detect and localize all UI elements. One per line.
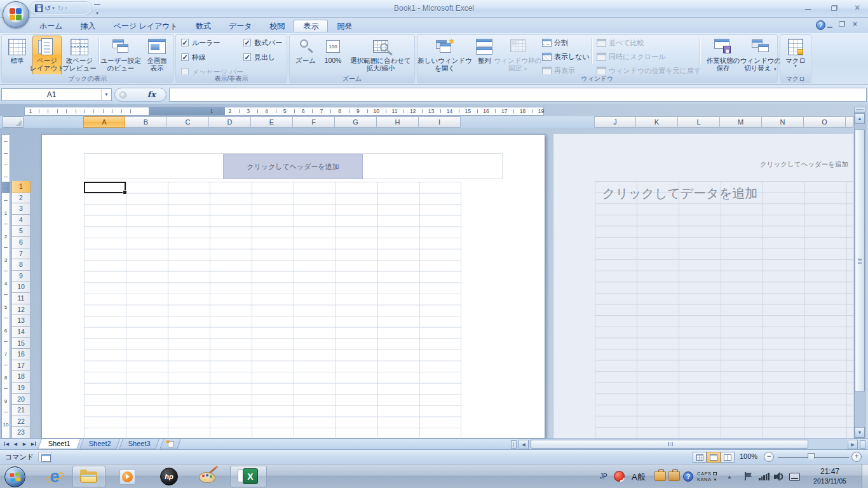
page-layout-view-button[interactable]: ページ レイアウト <box>32 36 62 75</box>
row-header-6[interactable]: 6 <box>11 237 31 248</box>
corner-split-handle[interactable] <box>860 440 865 449</box>
select-all-button[interactable] <box>3 116 24 128</box>
help-button[interactable]: ? <box>816 20 825 30</box>
page-header-placeholder[interactable]: クリックしてヘッダーを追加 <box>617 160 848 169</box>
minimize-button[interactable] <box>799 4 816 13</box>
sheet-tab-sheet1[interactable]: Sheet1 <box>37 439 81 449</box>
scroll-up-button[interactable]: ▲ <box>855 113 865 124</box>
full-screen-button[interactable]: 全画面 表示 <box>142 36 172 75</box>
column-header-E[interactable]: E <box>251 116 293 128</box>
row-header-19[interactable]: 19 <box>11 383 31 394</box>
tab-view[interactable]: 表示 <box>294 20 328 32</box>
toggle-ruler[interactable]: ルーラー <box>181 37 220 48</box>
insert-worksheet-button[interactable]: ✱ <box>159 439 181 449</box>
internet-explorer-button[interactable]: e <box>41 466 69 487</box>
toggle-gridlines[interactable]: 枠線 <box>181 52 206 62</box>
previous-sheet-button[interactable]: ◀ <box>11 440 20 449</box>
scroll-right-button[interactable]: ▶ <box>848 440 858 449</box>
ruler-checkbox[interactable] <box>181 39 189 46</box>
column-header-K[interactable]: K <box>636 116 678 128</box>
caps-kana-indicator[interactable]: CAPS KANA▼ <box>697 471 717 483</box>
row-header-5[interactable]: 5 <box>11 226 31 237</box>
row-header-13[interactable]: 13 <box>11 315 31 327</box>
gridlines-checkbox[interactable] <box>181 53 189 61</box>
row-header-12[interactable]: 12 <box>11 304 31 316</box>
custom-views-button[interactable]: ユーザー設定 のビュー <box>101 36 140 75</box>
row-header-23[interactable]: 23 <box>11 427 31 438</box>
paint-button[interactable] <box>192 466 222 487</box>
tab-split-handle[interactable] <box>511 440 517 449</box>
action-center-flag-icon[interactable] <box>743 471 752 481</box>
column-header-M[interactable]: M <box>720 116 762 128</box>
sheet-tab-sheet2[interactable]: Sheet2 <box>79 439 120 449</box>
excel-taskbar-button[interactable]: X <box>230 466 267 487</box>
row-header-15[interactable]: 15 <box>11 338 31 349</box>
input-panel-icon[interactable] <box>789 473 800 481</box>
row-header-16[interactable]: 16 <box>11 349 31 360</box>
toggle-formula-bar[interactable]: 数式バー <box>243 37 282 48</box>
scroll-left-button[interactable]: ◀ <box>519 440 529 449</box>
column-header-N[interactable]: N <box>762 116 804 128</box>
vertical-scrollbar[interactable]: ▲ ▼ <box>854 107 865 438</box>
arrange-all-button[interactable]: 整列 <box>472 36 496 75</box>
volume-icon[interactable] <box>774 472 783 481</box>
macro-record-button[interactable] <box>38 452 52 463</box>
column-header-F[interactable]: F <box>293 116 335 128</box>
column-header-O[interactable]: O <box>804 116 846 128</box>
input-language-indicator[interactable]: JP <box>600 473 607 480</box>
network-icon[interactable] <box>759 473 770 480</box>
name-box[interactable]: A1 ▼ <box>1 88 112 101</box>
row-header-17[interactable]: 17 <box>11 360 31 372</box>
next-sheet-button[interactable]: ▶ <box>20 440 29 449</box>
tab-data[interactable]: データ <box>220 20 261 32</box>
zoom-100-button[interactable]: 100 100% <box>320 36 346 75</box>
cell-grid-inactive[interactable] <box>595 181 854 438</box>
ime-tools-icon[interactable] <box>668 471 680 481</box>
name-box-dropdown-icon[interactable]: ▼ <box>101 89 111 100</box>
workbook-close-button[interactable]: × <box>853 20 857 29</box>
row-header-18[interactable]: 18 <box>11 371 31 383</box>
selected-cell-A1[interactable] <box>84 182 126 193</box>
office-button[interactable] <box>3 1 29 28</box>
scroll-down-button[interactable]: ▼ <box>855 427 865 438</box>
row-header-14[interactable]: 14 <box>11 327 31 338</box>
page-break-preview-button[interactable]: 改ページ プレビュー <box>63 36 96 75</box>
row-header-21[interactable]: 21 <box>11 405 31 416</box>
zoom-to-selection-button[interactable]: 選択範囲に合わせて 拡大/縮小 <box>347 36 414 75</box>
add-data-placeholder[interactable]: クリックしてデータを追加 <box>602 185 757 202</box>
column-header-partial[interactable] <box>846 116 853 128</box>
split-button[interactable]: 分割 <box>542 37 568 48</box>
tab-page-layout[interactable]: ページ レイアウト <box>105 20 187 32</box>
normal-view-shortcut[interactable] <box>693 452 707 463</box>
page-header-center-placeholder[interactable]: クリックしてヘッダーを追加 <box>223 154 363 179</box>
split-handle[interactable] <box>855 107 865 112</box>
windows-explorer-button[interactable] <box>72 466 105 487</box>
cell-grid[interactable] <box>84 182 461 438</box>
ime-help-icon[interactable]: ? <box>683 471 693 482</box>
sheet-tab-sheet3[interactable]: Sheet3 <box>119 439 159 449</box>
column-header-J[interactable]: J <box>594 116 636 128</box>
row-header-4[interactable]: 4 <box>11 215 31 226</box>
column-header-A[interactable]: A <box>83 116 125 128</box>
clock[interactable]: 21:47 2013/11/05 <box>806 466 854 485</box>
row-header-9[interactable]: 9 <box>11 271 31 282</box>
tab-insert[interactable]: 挿入 <box>72 20 105 32</box>
zoom-in-button[interactable]: + <box>851 452 862 462</box>
column-header-D[interactable]: D <box>209 116 251 128</box>
show-desktop-button[interactable] <box>862 464 868 488</box>
row-header-3[interactable]: 3 <box>11 203 31 215</box>
workbook-restore-button[interactable] <box>839 21 845 27</box>
row-header-1[interactable]: 1 <box>11 181 31 193</box>
tab-home[interactable]: ホーム <box>31 20 72 32</box>
row-header-8[interactable]: 8 <box>11 259 31 271</box>
media-player-button[interactable] <box>113 466 141 487</box>
save-workspace-button[interactable]: 作業状態の 保存 <box>703 36 743 75</box>
zoom-button[interactable]: ズーム <box>292 36 319 75</box>
column-header-I[interactable]: I <box>419 116 461 128</box>
headings-checkbox[interactable] <box>243 53 251 61</box>
start-button[interactable] <box>2 466 27 487</box>
new-window-button[interactable]: ✱ 新しいウィンドウ を開く <box>419 36 471 75</box>
tab-formulas[interactable]: 数式 <box>187 20 220 32</box>
formula-bar-checkbox[interactable] <box>243 39 251 46</box>
page-layout-view-shortcut[interactable] <box>707 452 721 463</box>
